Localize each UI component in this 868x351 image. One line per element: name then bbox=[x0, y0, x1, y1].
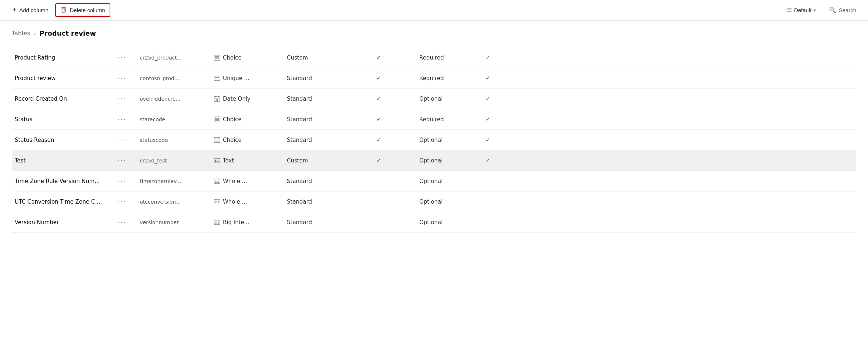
row-name: Status Reason bbox=[15, 137, 118, 143]
row-standard: Standard bbox=[287, 137, 360, 143]
type-icon: 21 bbox=[213, 95, 221, 103]
row-name: Status bbox=[15, 116, 118, 123]
row-standard: Custom bbox=[287, 54, 360, 61]
row-name: Product Rating bbox=[15, 54, 118, 61]
type-label: Whole ... bbox=[223, 178, 247, 185]
row-searchable-check: ✓ bbox=[360, 157, 397, 164]
table-row[interactable]: Time Zone Rule Version Num... ··· timezo… bbox=[12, 171, 856, 191]
breadcrumb: Tables › Product review bbox=[12, 29, 856, 37]
type-icon bbox=[213, 136, 221, 144]
row-name: Version Number bbox=[15, 219, 118, 226]
main-content: Tables › Product review Product Rating ·… bbox=[0, 21, 868, 241]
table-row[interactable]: Product Rating ··· cr25d_product... Choi… bbox=[12, 47, 856, 68]
row-logical-name: cr25d_test bbox=[140, 158, 213, 164]
row-menu-dots[interactable]: ··· bbox=[118, 157, 140, 164]
row-type: Choice bbox=[213, 116, 287, 123]
row-logical-name: versionnumber bbox=[140, 219, 213, 225]
row-required: Optional bbox=[419, 157, 485, 164]
row-required: Optional bbox=[419, 137, 485, 143]
row-menu-dots[interactable]: ··· bbox=[118, 95, 140, 103]
row-menu-dots[interactable]: ··· bbox=[118, 74, 140, 82]
svg-text:21: 21 bbox=[216, 99, 218, 101]
delete-column-label: Delete column bbox=[70, 7, 105, 13]
row-required-check: ✓ bbox=[485, 116, 508, 123]
row-logical-name: overriddencre... bbox=[140, 96, 213, 102]
row-required: Required bbox=[419, 116, 485, 123]
type-icon bbox=[213, 75, 221, 82]
table-row[interactable]: Status ··· statecode Choice Standard ✓ R… bbox=[12, 109, 856, 130]
search-button[interactable]: 🔍 Search bbox=[826, 4, 859, 16]
breadcrumb-tables-link[interactable]: Tables bbox=[12, 30, 30, 37]
row-required-check: ✓ bbox=[485, 54, 508, 61]
row-menu-dots[interactable]: ··· bbox=[118, 198, 140, 205]
type-label: Whole ... bbox=[223, 198, 247, 205]
row-menu-dots[interactable]: ··· bbox=[118, 115, 140, 123]
row-type: Unique ... bbox=[213, 75, 287, 82]
svg-rect-0 bbox=[62, 7, 65, 8]
row-type: 123 Whole ... bbox=[213, 178, 287, 185]
table-row[interactable]: Test ··· cr25d_test Abc Text Custom ✓ Op… bbox=[12, 150, 856, 171]
view-label: Default bbox=[794, 7, 812, 13]
row-menu-dots[interactable]: ··· bbox=[118, 136, 140, 144]
plus-icon: + bbox=[13, 6, 17, 14]
row-name: Record Created On bbox=[15, 96, 118, 102]
table-row[interactable]: Status Reason ··· statuscode Choice Stan… bbox=[12, 130, 856, 150]
type-icon: 123 bbox=[213, 178, 221, 185]
row-type: 123 Big Inte... bbox=[213, 219, 287, 226]
row-menu-dots[interactable]: ··· bbox=[118, 54, 140, 61]
svg-text:Abc: Abc bbox=[214, 160, 219, 162]
table-row[interactable]: Product review ··· contoso_prod... Uniqu… bbox=[12, 68, 856, 89]
add-column-button[interactable]: + Add column bbox=[9, 4, 52, 16]
row-searchable-check: ✓ bbox=[360, 75, 397, 82]
trash-icon bbox=[60, 6, 67, 14]
svg-text:123: 123 bbox=[215, 180, 219, 183]
table-row[interactable]: Record Created On ··· overriddencre... 2… bbox=[12, 89, 856, 109]
row-required: Optional bbox=[419, 198, 485, 205]
table-row[interactable]: UTC Conversion Time Zone C... ··· utccon… bbox=[12, 191, 856, 212]
row-type: Abc Text bbox=[213, 157, 287, 164]
row-required-check: ✓ bbox=[485, 95, 508, 102]
type-icon: 123 bbox=[213, 219, 221, 226]
type-label: Choice bbox=[223, 116, 242, 123]
breadcrumb-current: Product review bbox=[39, 29, 96, 37]
row-standard: Custom bbox=[287, 157, 360, 164]
type-icon: Abc bbox=[213, 157, 221, 164]
row-required: Required bbox=[419, 54, 485, 61]
row-required: Required bbox=[419, 75, 485, 82]
row-required-check: ✓ bbox=[485, 75, 508, 82]
row-standard: Standard bbox=[287, 198, 360, 205]
svg-text:123: 123 bbox=[215, 201, 219, 204]
search-label: Search bbox=[839, 7, 856, 13]
row-standard: Standard bbox=[287, 96, 360, 102]
type-icon bbox=[213, 116, 221, 123]
type-icon bbox=[213, 54, 221, 61]
row-type: 21 Date Only bbox=[213, 95, 287, 103]
toolbar-right: ☰ Default ▾ 🔍 Search bbox=[784, 4, 859, 16]
view-selector-button[interactable]: ☰ Default ▾ bbox=[784, 4, 819, 16]
type-label: Unique ... bbox=[223, 75, 249, 82]
type-label: Choice bbox=[223, 137, 242, 143]
type-icon: 123 bbox=[213, 198, 221, 205]
row-logical-name: statuscode bbox=[140, 137, 213, 143]
row-logical-name: contoso_prod... bbox=[140, 75, 213, 81]
row-logical-name: cr25d_product... bbox=[140, 55, 213, 61]
table-container: Product Rating ··· cr25d_product... Choi… bbox=[12, 47, 856, 233]
type-label: Text bbox=[223, 157, 234, 164]
row-searchable-check: ✓ bbox=[360, 54, 397, 61]
row-logical-name: statecode bbox=[140, 117, 213, 122]
breadcrumb-separator: › bbox=[34, 31, 36, 36]
svg-rect-2 bbox=[62, 8, 65, 12]
row-required-check: ✓ bbox=[485, 157, 508, 164]
row-name: UTC Conversion Time Zone C... bbox=[15, 198, 118, 205]
type-label: Choice bbox=[223, 54, 242, 61]
row-required: Optional bbox=[419, 96, 485, 102]
svg-text:123: 123 bbox=[215, 222, 219, 224]
row-standard: Standard bbox=[287, 178, 360, 185]
delete-column-button[interactable]: Delete column bbox=[55, 3, 110, 17]
table-row[interactable]: Version Number ··· versionnumber 123 Big… bbox=[12, 212, 856, 233]
toolbar: + Add column Delete column ☰ Default ▾ 🔍 bbox=[0, 0, 868, 21]
row-menu-dots[interactable]: ··· bbox=[118, 177, 140, 185]
row-required-check: ✓ bbox=[485, 136, 508, 143]
row-menu-dots[interactable]: ··· bbox=[118, 218, 140, 226]
row-required: Optional bbox=[419, 219, 485, 226]
